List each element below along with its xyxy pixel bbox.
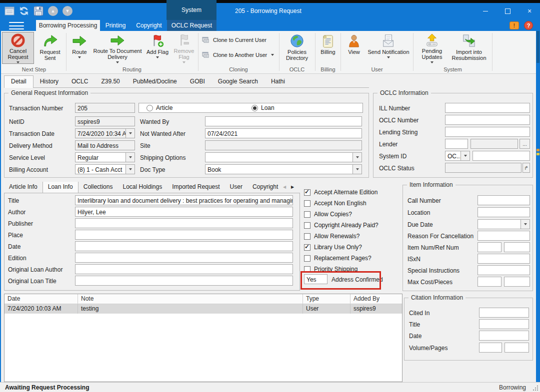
save-icon[interactable] — [33, 5, 44, 16]
billing-button[interactable]: Billing — [317, 32, 339, 64]
date-field[interactable] — [75, 241, 293, 251]
tab-article-info[interactable]: Article Info — [4, 182, 42, 193]
loan-radio[interactable]: Loan — [252, 103, 274, 113]
send-notification-button[interactable]: Send Notification — [366, 32, 412, 64]
tab-imported-request[interactable]: Imported Request — [167, 182, 224, 193]
chevron-down-icon[interactable] — [126, 129, 134, 138]
accept-non-english-checkbox[interactable]: Accept Non English — [304, 199, 366, 208]
maximize-icon[interactable] — [501, 5, 514, 17]
minimize-icon[interactable] — [479, 5, 492, 17]
transaction-number-field[interactable]: 205 — [75, 103, 135, 113]
cancel-request-button[interactable]: Cancel Request — [2, 32, 34, 64]
reason-for-cancellation-field[interactable] — [478, 231, 530, 241]
tab-borrowing-processing[interactable]: Borrowing Processing — [36, 20, 100, 31]
view-user-button[interactable]: View — [343, 32, 365, 64]
route-button[interactable]: Route — [68, 32, 91, 64]
tab-history[interactable]: History — [34, 76, 65, 87]
clone-to-current-user-button[interactable]: Clone to Current User — [202, 35, 266, 45]
tab-local-holdings[interactable]: Local Holdings — [118, 182, 167, 193]
window-edge-right[interactable] — [536, 20, 540, 382]
expand-down-icon[interactable]: ▼ — [62, 5, 73, 16]
import-into-resubmission-button[interactable]: Import into Resubmission — [448, 32, 490, 64]
tab-collections[interactable]: Collections — [78, 182, 118, 193]
call-number-field[interactable] — [478, 195, 530, 205]
column-header[interactable]: Date — [4, 294, 78, 304]
lending-string-field[interactable] — [445, 127, 530, 137]
chevron-down-icon[interactable] — [352, 153, 362, 162]
special-instructions-field[interactable] — [478, 265, 530, 275]
tab-gobi[interactable]: GOBI — [184, 76, 212, 87]
library-use-only-checkbox[interactable]: Library Use Only? — [304, 243, 362, 252]
oclc-number-field[interactable] — [445, 115, 530, 125]
tab-scroll-left-icon[interactable]: ◀ — [283, 185, 286, 189]
pieces-field[interactable] — [504, 277, 530, 287]
article-radio[interactable]: Article — [146, 103, 172, 113]
edition-field[interactable] — [75, 253, 293, 263]
tab-printing[interactable]: Printing — [100, 20, 131, 31]
column-header[interactable]: Note — [78, 294, 303, 304]
netid-field[interactable]: sspires9 — [75, 116, 135, 126]
scrollbar-thumb[interactable] — [536, 31, 540, 63]
original-loan-title-field[interactable] — [75, 276, 293, 286]
tab-oclc-request[interactable]: OCLC Request — [167, 20, 216, 31]
citation-date-field[interactable] — [479, 331, 529, 341]
publisher-field[interactable] — [75, 218, 293, 228]
form-window-icon[interactable] — [4, 5, 15, 16]
request-sent-button[interactable]: Request Sent — [36, 32, 64, 64]
lender-browse-button[interactable]: ... — [520, 139, 530, 149]
isxn-field[interactable] — [478, 254, 530, 264]
tab-pubmed-docline[interactable]: PubMed/Docline — [126, 76, 184, 87]
tab-google-search[interactable]: Google Search — [212, 76, 264, 87]
refresh-icon[interactable] — [18, 5, 30, 16]
site-field[interactable] — [205, 140, 362, 150]
policies-directory-button[interactable]: Policies Directory — [282, 32, 312, 64]
ref-num-field[interactable] — [504, 242, 530, 252]
title-field[interactable]: Interlibrary loan and document delivery … — [75, 195, 293, 205]
allow-copies-checkbox[interactable]: Allow Copies? — [304, 210, 352, 219]
allow-renewals-checkbox[interactable]: Allow Renewals? — [304, 232, 360, 241]
tab-oclc[interactable]: OCLC — [65, 76, 94, 87]
help-icon[interactable]: ? — [524, 21, 533, 30]
replacement-pages-checkbox[interactable]: Replacement Pages? — [304, 254, 372, 263]
collapse-up-icon[interactable]: ▲ — [48, 5, 58, 16]
volume-field[interactable] — [479, 343, 502, 353]
column-header[interactable]: Type — [303, 294, 350, 304]
tab-detail[interactable]: Detail — [4, 75, 34, 88]
copyright-already-paid-checkbox[interactable]: Copyright Already Paid? — [304, 221, 378, 230]
column-header[interactable]: Added By — [350, 294, 402, 304]
accept-alternate-edition-checkbox[interactable]: Accept Alternate Edition — [304, 188, 378, 197]
feedback-bubble-icon[interactable]: ! — [510, 21, 519, 29]
due-date-select[interactable] — [478, 219, 530, 229]
tab-user[interactable]: User — [225, 182, 248, 193]
resize-grip[interactable] — [533, 385, 538, 391]
close-icon[interactable]: × — [523, 5, 536, 17]
table-row[interactable]: 7/24/2020 10:03 AM testing User sspires9 — [4, 304, 402, 314]
tab-loan-info[interactable]: Loan Info — [42, 182, 78, 193]
add-flag-button[interactable]: Add Flag — [145, 32, 170, 64]
menu-icon[interactable] — [9, 22, 24, 29]
tab-copyright-item[interactable]: Copyright — [248, 182, 282, 193]
system-id-select[interactable]: OC... — [445, 151, 470, 161]
author-field[interactable]: Hilyer, Lee — [75, 207, 293, 217]
location-field[interactable] — [478, 207, 530, 217]
system-id-number-field[interactable] — [472, 151, 530, 161]
chevron-down-icon[interactable] — [126, 153, 134, 162]
transaction-date-field[interactable]: 7/24/2020 10:34 A — [75, 128, 135, 138]
billing-account-select[interactable]: (8) 1 - Cash Acct — [75, 164, 135, 174]
tab-copyright[interactable]: Copyright — [131, 20, 167, 31]
citation-title-field[interactable] — [479, 319, 529, 329]
oclc-status-refresh-icon[interactable]: ↱ — [522, 163, 530, 173]
delivery-method-field[interactable]: Mail to Address — [75, 140, 135, 150]
pages-field[interactable] — [504, 343, 529, 353]
route-to-document-delivery-button[interactable]: Route To Document Delivery — [92, 32, 144, 64]
chevron-down-icon[interactable] — [520, 220, 530, 229]
chevron-down-icon[interactable] — [352, 165, 362, 174]
ill-number-field[interactable] — [445, 103, 530, 113]
not-wanted-after-field[interactable]: 07/24/2021 — [205, 128, 362, 138]
clone-to-another-user-button[interactable]: Clone to Another User — [202, 50, 274, 60]
tab-scroll-right-icon[interactable]: ▶ — [291, 185, 294, 189]
place-field[interactable] — [75, 230, 293, 240]
max-cost-field[interactable] — [478, 277, 502, 287]
pending-updates-button[interactable]: Pending Updates — [418, 32, 446, 64]
chevron-down-icon[interactable] — [126, 165, 134, 174]
